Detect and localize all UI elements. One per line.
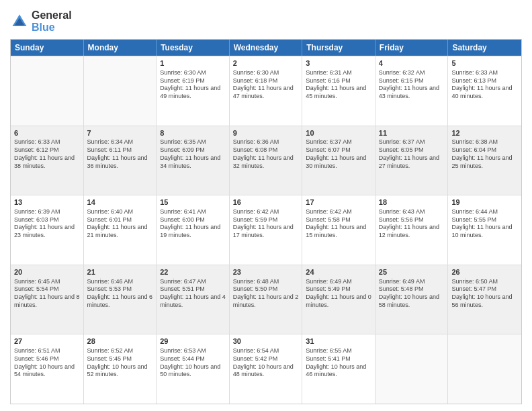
calendar-row-4: 27Sunrise: 6:51 AM Sunset: 5:46 PM Dayli… xyxy=(11,334,521,404)
calendar-cell-27: 27Sunrise: 6:51 AM Sunset: 5:46 PM Dayli… xyxy=(11,334,84,404)
day-number: 3 xyxy=(306,58,371,68)
day-number: 9 xyxy=(233,128,299,138)
cell-info: Sunrise: 6:47 AM Sunset: 5:51 PM Dayligh… xyxy=(160,278,226,310)
calendar-cell-30: 30Sunrise: 6:54 AM Sunset: 5:42 PM Dayli… xyxy=(230,334,303,404)
logo-icon xyxy=(10,12,29,31)
calendar-cell-18: 18Sunrise: 6:43 AM Sunset: 5:56 PM Dayli… xyxy=(375,195,449,265)
cell-info: Sunrise: 6:30 AM Sunset: 6:19 PM Dayligh… xyxy=(160,69,226,101)
day-number: 10 xyxy=(306,128,371,138)
cell-info: Sunrise: 6:34 AM Sunset: 6:11 PM Dayligh… xyxy=(87,138,153,170)
day-number: 11 xyxy=(379,128,445,138)
calendar-cell-8: 8Sunrise: 6:35 AM Sunset: 6:09 PM Daylig… xyxy=(157,126,230,195)
cell-info: Sunrise: 6:30 AM Sunset: 6:18 PM Dayligh… xyxy=(233,69,299,101)
calendar-cell-6: 6Sunrise: 6:33 AM Sunset: 6:12 PM Daylig… xyxy=(11,126,84,195)
calendar-cell-3: 3Sunrise: 6:31 AM Sunset: 6:16 PM Daylig… xyxy=(302,56,375,126)
day-number: 1 xyxy=(160,58,226,68)
cell-info: Sunrise: 6:39 AM Sunset: 6:03 PM Dayligh… xyxy=(14,208,80,240)
calendar-row-0: 1Sunrise: 6:30 AM Sunset: 6:19 PM Daylig… xyxy=(11,56,521,126)
cell-info: Sunrise: 6:32 AM Sunset: 6:15 PM Dayligh… xyxy=(379,69,445,101)
day-number: 18 xyxy=(379,197,445,208)
day-number: 25 xyxy=(379,267,445,277)
day-number: 24 xyxy=(306,267,371,277)
day-number: 7 xyxy=(87,128,153,138)
day-number: 22 xyxy=(160,267,226,277)
cell-info: Sunrise: 6:48 AM Sunset: 5:50 PM Dayligh… xyxy=(233,278,299,310)
weekday-header-saturday: Saturday xyxy=(448,40,521,56)
weekday-header-monday: Monday xyxy=(84,40,157,56)
weekday-header-tuesday: Tuesday xyxy=(157,40,230,56)
cell-info: Sunrise: 6:42 AM Sunset: 5:58 PM Dayligh… xyxy=(306,208,371,240)
cell-info: Sunrise: 6:37 AM Sunset: 6:07 PM Dayligh… xyxy=(306,138,371,170)
calendar-cell-empty xyxy=(84,56,157,126)
calendar-cell-empty xyxy=(448,334,521,404)
day-number: 26 xyxy=(451,267,518,277)
day-number: 6 xyxy=(14,128,80,138)
calendar-cell-empty xyxy=(11,56,84,126)
weekday-header-thursday: Thursday xyxy=(302,40,375,56)
calendar-cell-24: 24Sunrise: 6:49 AM Sunset: 5:49 PM Dayli… xyxy=(302,265,375,334)
calendar-cell-5: 5Sunrise: 6:33 AM Sunset: 6:13 PM Daylig… xyxy=(448,56,521,126)
calendar-cell-9: 9Sunrise: 6:36 AM Sunset: 6:08 PM Daylig… xyxy=(230,126,303,195)
calendar-cell-21: 21Sunrise: 6:46 AM Sunset: 5:53 PM Dayli… xyxy=(84,265,157,334)
calendar-cell-2: 2Sunrise: 6:30 AM Sunset: 6:18 PM Daylig… xyxy=(230,56,303,126)
day-number: 2 xyxy=(233,58,299,68)
calendar-cell-31: 31Sunrise: 6:55 AM Sunset: 5:41 PM Dayli… xyxy=(302,334,375,404)
calendar-cell-16: 16Sunrise: 6:42 AM Sunset: 5:59 PM Dayli… xyxy=(230,195,303,265)
calendar-row-2: 13Sunrise: 6:39 AM Sunset: 6:03 PM Dayli… xyxy=(11,195,521,265)
calendar-cell-23: 23Sunrise: 6:48 AM Sunset: 5:50 PM Dayli… xyxy=(230,265,303,334)
calendar: SundayMondayTuesdayWednesdayThursdayFrid… xyxy=(10,39,522,404)
cell-info: Sunrise: 6:50 AM Sunset: 5:47 PM Dayligh… xyxy=(451,278,518,310)
cell-info: Sunrise: 6:43 AM Sunset: 5:56 PM Dayligh… xyxy=(379,208,445,240)
day-number: 30 xyxy=(233,336,299,347)
day-number: 20 xyxy=(14,267,80,277)
calendar-cell-19: 19Sunrise: 6:44 AM Sunset: 5:55 PM Dayli… xyxy=(448,195,521,265)
calendar-cell-13: 13Sunrise: 6:39 AM Sunset: 6:03 PM Dayli… xyxy=(11,195,84,265)
day-number: 8 xyxy=(160,128,226,138)
calendar-cell-14: 14Sunrise: 6:40 AM Sunset: 6:01 PM Dayli… xyxy=(84,195,157,265)
calendar-body: 1Sunrise: 6:30 AM Sunset: 6:19 PM Daylig… xyxy=(11,56,521,404)
day-number: 28 xyxy=(87,336,153,347)
calendar-cell-1: 1Sunrise: 6:30 AM Sunset: 6:19 PM Daylig… xyxy=(157,56,230,126)
cell-info: Sunrise: 6:51 AM Sunset: 5:46 PM Dayligh… xyxy=(14,347,80,379)
calendar-cell-4: 4Sunrise: 6:32 AM Sunset: 6:15 PM Daylig… xyxy=(375,56,449,126)
cell-info: Sunrise: 6:37 AM Sunset: 6:05 PM Dayligh… xyxy=(379,138,445,170)
cell-info: Sunrise: 6:53 AM Sunset: 5:44 PM Dayligh… xyxy=(160,347,226,379)
calendar-cell-10: 10Sunrise: 6:37 AM Sunset: 6:07 PM Dayli… xyxy=(302,126,375,195)
page: General Blue SundayMondayTuesdayWednesda… xyxy=(0,0,532,411)
calendar-cell-20: 20Sunrise: 6:45 AM Sunset: 5:54 PM Dayli… xyxy=(11,265,84,334)
logo: General Blue xyxy=(10,9,72,34)
day-number: 21 xyxy=(87,267,153,277)
day-number: 4 xyxy=(379,58,445,68)
day-number: 15 xyxy=(160,197,226,208)
calendar-cell-29: 29Sunrise: 6:53 AM Sunset: 5:44 PM Dayli… xyxy=(157,334,230,404)
day-number: 16 xyxy=(233,197,299,208)
day-number: 17 xyxy=(306,197,371,208)
day-number: 27 xyxy=(14,336,80,347)
cell-info: Sunrise: 6:46 AM Sunset: 5:53 PM Dayligh… xyxy=(87,278,153,310)
day-number: 31 xyxy=(306,336,371,347)
weekday-header-wednesday: Wednesday xyxy=(230,40,303,56)
cell-info: Sunrise: 6:55 AM Sunset: 5:41 PM Dayligh… xyxy=(306,347,371,379)
calendar-header: SundayMondayTuesdayWednesdayThursdayFrid… xyxy=(11,40,521,56)
day-number: 13 xyxy=(14,197,80,208)
cell-info: Sunrise: 6:33 AM Sunset: 6:12 PM Dayligh… xyxy=(14,138,80,170)
calendar-cell-7: 7Sunrise: 6:34 AM Sunset: 6:11 PM Daylig… xyxy=(84,126,157,195)
calendar-cell-17: 17Sunrise: 6:42 AM Sunset: 5:58 PM Dayli… xyxy=(302,195,375,265)
day-number: 29 xyxy=(160,336,226,347)
cell-info: Sunrise: 6:38 AM Sunset: 6:04 PM Dayligh… xyxy=(451,138,518,170)
cell-info: Sunrise: 6:54 AM Sunset: 5:42 PM Dayligh… xyxy=(233,347,299,379)
day-number: 14 xyxy=(87,197,153,208)
cell-info: Sunrise: 6:40 AM Sunset: 6:01 PM Dayligh… xyxy=(87,208,153,240)
weekday-header-friday: Friday xyxy=(375,40,449,56)
calendar-cell-11: 11Sunrise: 6:37 AM Sunset: 6:05 PM Dayli… xyxy=(375,126,449,195)
calendar-cell-28: 28Sunrise: 6:52 AM Sunset: 5:45 PM Dayli… xyxy=(84,334,157,404)
cell-info: Sunrise: 6:52 AM Sunset: 5:45 PM Dayligh… xyxy=(87,347,153,379)
cell-info: Sunrise: 6:49 AM Sunset: 5:49 PM Dayligh… xyxy=(306,278,371,310)
cell-info: Sunrise: 6:45 AM Sunset: 5:54 PM Dayligh… xyxy=(14,278,80,310)
day-number: 12 xyxy=(451,128,518,138)
weekday-header-sunday: Sunday xyxy=(11,40,84,56)
calendar-cell-15: 15Sunrise: 6:41 AM Sunset: 6:00 PM Dayli… xyxy=(157,195,230,265)
calendar-cell-22: 22Sunrise: 6:47 AM Sunset: 5:51 PM Dayli… xyxy=(157,265,230,334)
calendar-cell-empty xyxy=(375,334,449,404)
calendar-row-1: 6Sunrise: 6:33 AM Sunset: 6:12 PM Daylig… xyxy=(11,126,521,195)
